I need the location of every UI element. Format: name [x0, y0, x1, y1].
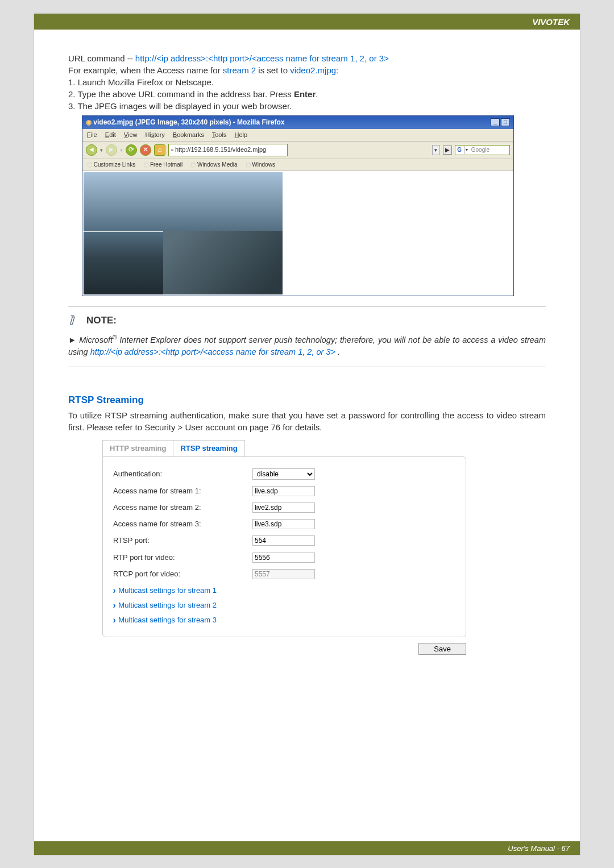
- rtsp-heading: RTSP Streaming: [68, 393, 546, 407]
- urlcmd-eg-stream: stream 2: [223, 65, 256, 75]
- urlcmd-eg-name: video2.mjpg: [290, 65, 336, 75]
- search-placeholder: Google: [469, 146, 509, 154]
- firefox-menubar[interactable]: File Edit View History Bookmarks Tools H…: [82, 129, 513, 142]
- firefox-toolbar: ◄ ▾ ► ▾ ⟳ ✕ ⌂ ▫ http://192.168.5.151/vid…: [82, 142, 513, 159]
- note-text-a: Microsoft: [79, 335, 113, 344]
- chevron-right-icon: [113, 585, 115, 596]
- page: VIVOTEK URL command -- http://<ip addres…: [34, 14, 580, 855]
- maximize-icon[interactable]: □: [501, 118, 510, 126]
- multicast-2-label: Multicast settings for stream 2: [118, 600, 217, 610]
- back-button[interactable]: ◄: [86, 144, 97, 156]
- stop-button[interactable]: ✕: [140, 144, 151, 156]
- reload-button[interactable]: ⟳: [126, 144, 137, 156]
- urlcmd-eg-a: For example, when the Access name for: [68, 65, 223, 75]
- note-heading: NOTE:: [68, 314, 546, 327]
- note-heading-text: NOTE:: [86, 314, 117, 327]
- home-button[interactable]: ⌂: [154, 144, 165, 156]
- rtcp-port-label: RTCP port for video:: [113, 569, 252, 579]
- rtsp-panel: Authentication: disable Access name for …: [102, 456, 466, 638]
- forward-button[interactable]: ►: [106, 144, 117, 156]
- stream1-input[interactable]: [252, 486, 315, 496]
- firefox-title-text: video2.mjpg (JPEG Image, 320x240 pixels)…: [93, 118, 284, 126]
- rtp-port-input[interactable]: [252, 553, 315, 563]
- minimize-icon[interactable]: _: [491, 118, 500, 126]
- save-row: Save: [102, 643, 466, 655]
- jpeg-image: [84, 172, 283, 294]
- urlcmd-step2a: 2. Type the above URL command in the add…: [68, 89, 294, 99]
- go-button[interactable]: ▶: [443, 146, 452, 155]
- urlcmd-eg-c: :: [336, 65, 338, 75]
- urlcmd-step3: 3. The JPEG images will be displayed in …: [68, 101, 292, 111]
- firefox-window: ◉ video2.mjpg (JPEG Image, 320x240 pixel…: [82, 115, 514, 296]
- row-rtcp-port: RTCP port for video:: [113, 569, 455, 579]
- menu-file[interactable]: File: [87, 131, 97, 138]
- tabs: HTTP streaming RTSP streaming: [102, 440, 466, 456]
- address-bar-url: http://192.168.5.151/video2.mjpg: [175, 146, 266, 154]
- auth-select[interactable]: disable: [252, 468, 315, 480]
- url-command-block: URL command -- http://<ip address>:<http…: [68, 52, 546, 112]
- page-footer: User's Manual - 67: [34, 841, 580, 855]
- stream1-label: Access name for stream 1:: [113, 486, 252, 496]
- bookmark-hotmail[interactable]: Free Hotmail: [143, 161, 182, 169]
- urlcmd-step1: 1. Launch Mozilla Firefox or Netscape.: [68, 77, 214, 87]
- urlcmd-prefix: URL command --: [68, 53, 135, 63]
- expand-multicast-2[interactable]: Multicast settings for stream 2: [113, 600, 455, 610]
- urlcmd-url: http://<ip address>:<http port>/<access …: [135, 53, 389, 63]
- google-icon: G: [455, 146, 464, 154]
- search-dropdown-icon[interactable]: ▾: [464, 147, 469, 153]
- page-icon: ▫: [171, 146, 173, 154]
- address-bar[interactable]: ▫ http://192.168.5.151/video2.mjpg: [168, 144, 288, 156]
- stream2-input[interactable]: [252, 502, 315, 513]
- footer-text: User's Manual - 67: [508, 844, 570, 853]
- rtsp-port-input[interactable]: [252, 535, 315, 546]
- bookmark-wmedia[interactable]: Windows Media: [190, 161, 237, 169]
- chevron-right-icon: [113, 615, 115, 625]
- menu-edit[interactable]: Edit: [105, 131, 116, 138]
- row-stream1: Access name for stream 1:: [113, 486, 455, 496]
- firefox-titlebar: ◉ video2.mjpg (JPEG Image, 320x240 pixel…: [82, 116, 513, 129]
- pencil-icon: [68, 314, 81, 326]
- multicast-1-label: Multicast settings for stream 1: [118, 585, 217, 596]
- note-arrow: ►: [68, 335, 76, 344]
- back-dropdown-icon[interactable]: ▾: [100, 147, 103, 154]
- tab-rtsp-streaming[interactable]: RTSP streaming: [173, 440, 244, 456]
- firefox-title: ◉ video2.mjpg (JPEG Image, 320x240 pixel…: [86, 118, 284, 127]
- note-box: NOTE: ► Microsoft® Internet Explorer doe…: [68, 306, 546, 367]
- rtsp-paragraph: To utilize RTSP streaming authentication…: [68, 409, 546, 433]
- stream2-label: Access name for stream 2:: [113, 502, 252, 513]
- expand-multicast-1[interactable]: Multicast settings for stream 1: [113, 585, 455, 596]
- row-rtsp-port: RTSP port:: [113, 535, 455, 546]
- forward-dropdown-icon[interactable]: ▾: [120, 147, 123, 154]
- menu-view[interactable]: View: [124, 131, 138, 138]
- rtcp-port-input: [252, 569, 315, 579]
- row-stream2: Access name for stream 2:: [113, 502, 455, 513]
- bookmark-customize[interactable]: Customize Links: [87, 161, 135, 169]
- bookmark-windows[interactable]: Windows: [246, 161, 275, 169]
- row-authentication: Authentication: disable: [113, 468, 455, 480]
- rtp-port-label: RTP port for video:: [113, 553, 252, 563]
- menu-help[interactable]: Help: [235, 131, 248, 138]
- urlcmd-step2b: Enter: [294, 89, 316, 99]
- auth-label: Authentication:: [113, 469, 252, 479]
- urlcmd-eg-b: is set to: [256, 65, 290, 75]
- multicast-3-label: Multicast settings for stream 3: [118, 615, 217, 625]
- content-area: URL command -- http://<ip address>:<http…: [34, 30, 580, 666]
- menu-history[interactable]: History: [146, 131, 165, 138]
- row-rtp-port: RTP port for video:: [113, 553, 455, 563]
- row-stream3: Access name for stream 3:: [113, 519, 455, 529]
- tab-http-streaming[interactable]: HTTP streaming: [102, 440, 173, 456]
- page-header: VIVOTEK: [34, 14, 580, 30]
- settings-panel: HTTP streaming RTSP streaming Authentica…: [102, 440, 466, 638]
- menu-tools[interactable]: Tools: [212, 131, 227, 138]
- address-dropdown-icon[interactable]: ▾: [432, 145, 440, 155]
- expand-multicast-3[interactable]: Multicast settings for stream 3: [113, 615, 455, 625]
- stream3-input[interactable]: [252, 519, 315, 529]
- search-box[interactable]: G ▾ Google: [455, 145, 510, 155]
- save-button[interactable]: Save: [418, 643, 466, 655]
- urlcmd-step2c: .: [316, 89, 318, 99]
- menu-bookmarks[interactable]: Bookmarks: [173, 131, 204, 138]
- window-controls: _ □: [491, 118, 510, 126]
- stream3-label: Access name for stream 3:: [113, 519, 252, 529]
- rtsp-port-label: RTSP port:: [113, 535, 252, 546]
- note-text-c: .: [335, 347, 340, 356]
